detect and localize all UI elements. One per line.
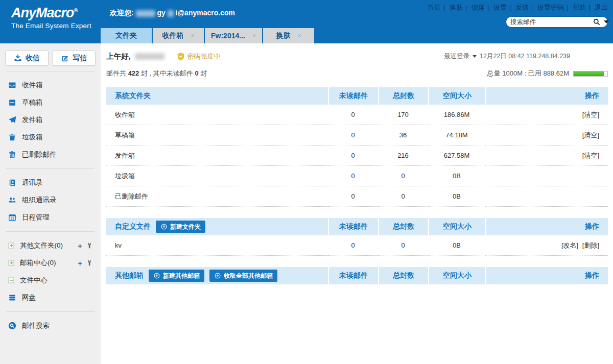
main-content: 上午好, 密码强度中 最近登录 12月22日 08:42 119.248.84.… <box>101 43 613 364</box>
welcome-label: 欢迎您: <box>110 9 134 17</box>
sidebar-item-inbox[interactable]: 收件箱 <box>0 77 101 94</box>
folder-name[interactable]: 草稿箱 <box>106 125 328 145</box>
sidebar-item-junk[interactable]: 垃圾箱 <box>0 129 101 146</box>
receive-mail-button[interactable]: 收信 <box>5 51 49 66</box>
folder-name[interactable]: kv <box>106 235 328 256</box>
mail-search-icon <box>8 322 16 330</box>
wrench-icon[interactable] <box>87 260 92 266</box>
sidebar-item-label: 草稿箱 <box>22 98 101 107</box>
receive-mail-label: 收信 <box>26 54 40 63</box>
expand-plus-icon[interactable] <box>8 260 14 266</box>
sidebar-item-netdisk[interactable]: 网盘 <box>0 289 101 306</box>
last-login-label: 最近登录 <box>444 52 469 61</box>
other-mailboxes-table: 其他邮箱 新建其他邮箱 收取全部其他邮箱 未读邮件 总封数 空间大小 操作 <box>106 267 608 284</box>
rename-folder-link[interactable]: [改名] <box>561 241 578 249</box>
divider <box>6 71 95 71</box>
link-separator: | <box>443 4 445 11</box>
nav-feedback[interactable]: 反馈 <box>515 4 529 11</box>
sidebar-item-label: 组织通讯录 <box>22 196 101 205</box>
compose-mail-button[interactable]: 写信 <box>53 51 96 66</box>
sidebar-item-other-folders[interactable]: 其他文件夹(0) + <box>0 237 101 254</box>
sidebar-item-sent[interactable]: 发件箱 <box>0 111 101 129</box>
last-login-info: 最近登录 12月22日 08:42 119.248.84.239 <box>444 52 608 61</box>
table-title: 自定义文件 <box>115 222 151 231</box>
send-icon <box>8 116 16 124</box>
search-options-arrow-icon[interactable] <box>604 20 609 23</box>
last-login-dropdown-icon[interactable] <box>473 55 477 58</box>
contacts-icon <box>8 179 16 187</box>
tab-inbox[interactable]: 收件箱× <box>153 28 204 43</box>
shield-icon <box>177 53 185 61</box>
unread-count: 0 <box>328 186 378 207</box>
folder-name[interactable]: 发件箱 <box>106 145 328 166</box>
tab-folders[interactable]: 文件夹 <box>101 28 152 43</box>
folder-name[interactable]: 垃圾箱 <box>106 166 328 186</box>
empty-folder-link[interactable]: [清空] <box>582 152 599 159</box>
size-value: 627.58M <box>428 145 485 166</box>
link-separator: | <box>465 4 467 11</box>
folder-name[interactable]: 已删除邮件 <box>106 186 328 207</box>
column-header-size: 空间大小 <box>428 87 485 105</box>
custom-folders-table: 自定义文件 新建文件夹 未读邮件 总封数 空间大小 操作 kv 0 0 0B <box>106 218 608 256</box>
column-header-size: 空间大小 <box>428 218 485 235</box>
wrench-icon[interactable] <box>87 242 92 249</box>
mail-search-box[interactable] <box>506 16 608 28</box>
table-row: 垃圾箱 0 0 0B <box>106 166 608 186</box>
empty-folder-link[interactable]: [清空] <box>582 111 599 118</box>
column-header-unread: 未读邮件 <box>328 267 378 284</box>
sidebar-item-mail-search[interactable]: 邮件搜索 <box>0 317 101 334</box>
receive-mail-icon <box>14 54 22 62</box>
brand-name: AnyMacro® <box>11 5 101 21</box>
nav-lock-screen[interactable]: 锁屏 <box>471 4 485 11</box>
add-folder-icon[interactable]: + <box>78 242 82 250</box>
link-separator: | <box>588 4 590 11</box>
tab-mail-fw2014[interactable]: Fw:2014...× <box>205 28 262 43</box>
sidebar-item-mailbox-center[interactable]: 邮箱中心(0) + <box>0 254 101 272</box>
expand-plus-icon[interactable] <box>8 242 14 249</box>
collapse-minus-icon[interactable] <box>8 277 14 283</box>
new-other-mailbox-label: 新建其他邮箱 <box>163 272 200 280</box>
close-icon[interactable]: × <box>297 32 301 39</box>
quota-summary: 总量 1000M : 已用 888.62M <box>487 69 608 78</box>
delete-folder-link[interactable]: [删除] <box>582 241 599 249</box>
sidebar-item-contacts[interactable]: 通讯录 <box>0 174 101 191</box>
redacted-username-2 <box>168 10 174 17</box>
table-row: 收件箱 0 170 186.86M [清空] <box>106 105 608 125</box>
nav-help[interactable]: 帮助 <box>573 4 586 11</box>
new-folder-button[interactable]: 新建文件夹 <box>156 221 205 233</box>
sidebar-item-file-center[interactable]: 文件中心 <box>0 272 101 289</box>
tab-change-skin[interactable]: 换肤× <box>263 28 314 43</box>
folder-name[interactable]: 收件箱 <box>106 105 328 125</box>
nav-change-skin[interactable]: 换肤 <box>450 4 463 11</box>
link-separator: | <box>531 4 533 11</box>
tab-label: 收件箱 <box>162 31 183 40</box>
search-icon[interactable] <box>593 18 601 26</box>
nav-logout[interactable]: 退出 <box>595 4 608 11</box>
tab-label: Fw:2014... <box>211 32 245 40</box>
column-header-unread: 未读邮件 <box>328 87 378 105</box>
table-title: 系统文件夹 <box>115 91 151 101</box>
sidebar-item-deleted[interactable]: 已删除邮件 <box>0 146 101 163</box>
close-icon[interactable]: × <box>252 32 256 39</box>
empty-folder-link[interactable]: [清空] <box>582 131 599 139</box>
compose-mail-label: 写信 <box>73 54 87 63</box>
add-mailbox-icon[interactable]: + <box>78 259 82 267</box>
new-other-mailbox-button[interactable]: 新建其他邮箱 <box>149 270 204 282</box>
table-row: 已删除邮件 0 0 0B <box>106 186 608 207</box>
close-icon[interactable]: × <box>191 32 194 39</box>
sidebar-item-drafts[interactable]: 草稿箱 <box>0 94 101 111</box>
total-count: 0 <box>378 186 428 207</box>
tab-strip: 文件夹 收件箱× Fw:2014...× 换肤× <box>101 28 315 43</box>
fetch-all-other-mailboxes-button[interactable]: 收取全部其他邮箱 <box>209 270 277 282</box>
password-strength-badge[interactable]: 密码强度中 <box>177 52 221 61</box>
nav-home[interactable]: 首页 <box>428 4 441 11</box>
quota-label: 总量 1000M : 已用 888.62M <box>487 69 569 78</box>
search-input[interactable] <box>510 18 593 26</box>
total-count: 36 <box>378 125 428 145</box>
table-title-cell: 其他邮箱 新建其他邮箱 收取全部其他邮箱 <box>106 267 328 284</box>
sidebar-item-calendar[interactable]: 日程管理 <box>0 209 101 226</box>
sidebar-item-org-contacts[interactable]: 组织通讯录 <box>0 191 101 209</box>
plus-circle-icon <box>214 272 221 279</box>
nav-settings[interactable]: 设置 <box>493 4 507 11</box>
nav-set-password[interactable]: 设置密码 <box>537 4 564 11</box>
